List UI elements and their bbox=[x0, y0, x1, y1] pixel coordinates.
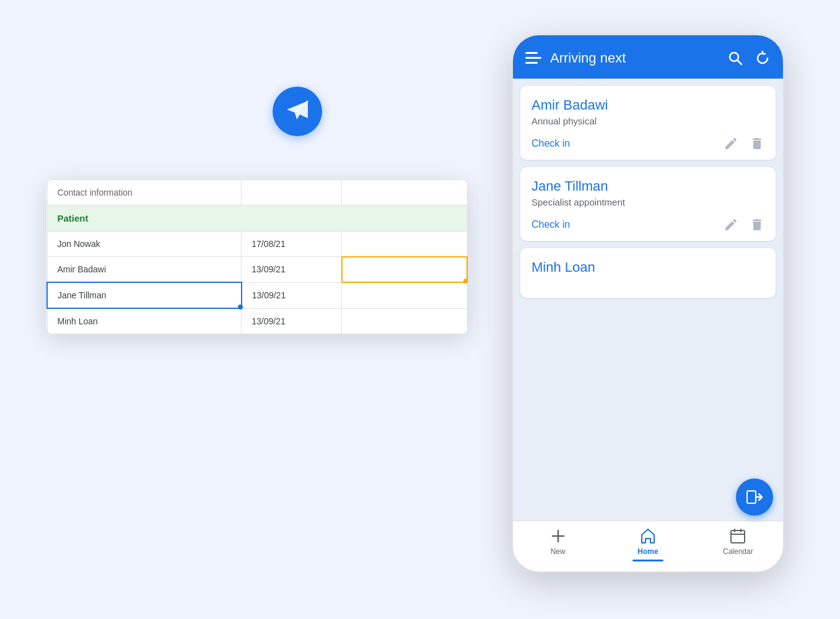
patient-type-card-1: Annual physical bbox=[532, 116, 764, 126]
nav-item-home[interactable]: Home bbox=[603, 527, 693, 561]
table-row: Amir Badawi 13/09/21 bbox=[47, 257, 467, 283]
edit-icon-1[interactable] bbox=[724, 136, 738, 151]
svg-line-4 bbox=[738, 61, 742, 65]
patient-actions-1: Check in bbox=[532, 136, 764, 151]
header-col2 bbox=[242, 180, 342, 206]
col3-1 bbox=[342, 232, 467, 257]
phone-content: Amir Badawi Annual physical Check in Jan bbox=[513, 79, 783, 571]
home-icon bbox=[639, 527, 657, 545]
nav-label-calendar: Calendar bbox=[723, 547, 753, 556]
phone-header-icons bbox=[727, 50, 771, 66]
date-4: 13/09/21 bbox=[242, 308, 342, 334]
nav-item-new[interactable]: New bbox=[513, 527, 603, 556]
refresh-icon[interactable] bbox=[755, 50, 771, 66]
section-row: Patient bbox=[47, 206, 467, 232]
spreadsheet-panel: Contact information Patient Jon Nowak 17… bbox=[46, 180, 468, 334]
section-label: Patient bbox=[47, 206, 467, 232]
phone-mockup: Arriving next Amir Badawi Annual physica… bbox=[512, 34, 784, 573]
patient-card-3-partial: Minh Loan bbox=[520, 248, 776, 298]
nav-active-indicator bbox=[632, 560, 663, 561]
header-col3 bbox=[342, 180, 467, 206]
svg-rect-5 bbox=[747, 491, 756, 503]
filter-icon[interactable] bbox=[525, 52, 541, 64]
cell-handle-blue bbox=[238, 305, 243, 310]
date-1: 17/08/21 bbox=[242, 232, 342, 257]
patient-name-card-3: Minh Loan bbox=[532, 259, 764, 275]
date-3: 13/09/21 bbox=[242, 282, 342, 308]
paper-plane-icon bbox=[284, 98, 310, 124]
edit-icon-2[interactable] bbox=[724, 217, 738, 232]
patient-name-card-2: Jane Tillman bbox=[532, 178, 764, 194]
patient-name-2: Amir Badawi bbox=[47, 257, 242, 283]
patient-name-card-1: Amir Badawi bbox=[532, 97, 764, 113]
delete-icon-1[interactable] bbox=[750, 136, 764, 151]
cell-handle-yellow bbox=[463, 279, 468, 284]
patient-actions-2: Check in bbox=[532, 217, 764, 232]
selected-cell-blue[interactable]: Jane Tillman bbox=[47, 282, 242, 308]
col3-4 bbox=[342, 308, 467, 334]
phone-bottom-nav: New Home Calendar bbox=[513, 521, 783, 571]
spreadsheet-table: Contact information Patient Jon Nowak 17… bbox=[46, 180, 468, 334]
delete-icon-2[interactable] bbox=[750, 217, 764, 232]
app-logo bbox=[273, 87, 322, 136]
svg-rect-8 bbox=[731, 530, 745, 543]
check-in-button-1[interactable]: Check in bbox=[532, 138, 570, 149]
patient-card-2: Jane Tillman Specialist appointment Chec… bbox=[520, 167, 776, 241]
patient-type-card-2: Specialist appointment bbox=[532, 197, 764, 207]
nav-label-home: Home bbox=[637, 547, 658, 556]
patient-name-3: Jane Tillman bbox=[58, 290, 107, 300]
header-col1: Contact information bbox=[47, 180, 242, 206]
nav-item-calendar[interactable]: Calendar bbox=[693, 527, 783, 556]
svg-rect-1 bbox=[525, 57, 541, 59]
col3-3 bbox=[342, 282, 467, 308]
table-row: Jon Nowak 17/08/21 bbox=[47, 232, 467, 257]
patient-name-1: Jon Nowak bbox=[47, 232, 242, 257]
calendar-icon bbox=[729, 527, 746, 545]
card-icons-2 bbox=[724, 217, 764, 232]
svg-rect-0 bbox=[525, 52, 538, 54]
login-icon bbox=[745, 488, 764, 506]
patient-card-1: Amir Badawi Annual physical Check in bbox=[520, 86, 776, 160]
phone-header-title: Arriving next bbox=[550, 50, 626, 66]
phone-header: Arriving next bbox=[513, 35, 783, 79]
plus-icon bbox=[549, 527, 567, 545]
date-2: 13/09/21 bbox=[242, 257, 342, 283]
patient-name-4: Minh Loan bbox=[47, 308, 242, 334]
fab-button[interactable] bbox=[736, 478, 773, 516]
check-in-button-2[interactable]: Check in bbox=[532, 219, 570, 230]
phone-header-left: Arriving next bbox=[525, 50, 626, 66]
table-row: Minh Loan 13/09/21 bbox=[47, 308, 467, 334]
header-row: Contact information bbox=[47, 180, 467, 206]
table-row: Jane Tillman 13/09/21 bbox=[47, 282, 467, 308]
card-icons-1 bbox=[724, 136, 764, 151]
selected-cell-yellow[interactable] bbox=[342, 257, 467, 283]
svg-rect-2 bbox=[525, 62, 538, 64]
nav-label-new: New bbox=[551, 547, 566, 556]
search-icon[interactable] bbox=[727, 50, 743, 66]
